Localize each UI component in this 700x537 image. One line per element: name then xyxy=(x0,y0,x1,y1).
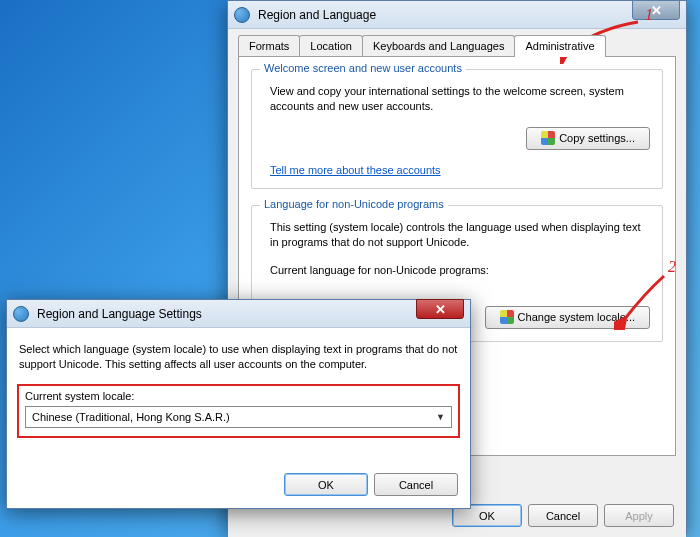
cancel-button-settings[interactable]: Cancel xyxy=(374,473,458,496)
tab-keyboards[interactable]: Keyboards and Languages xyxy=(362,35,516,57)
system-locale-dropdown[interactable]: Chinese (Traditional, Hong Kong S.A.R.) … xyxy=(25,406,452,428)
globe-icon xyxy=(234,7,250,23)
group-legend-welcome: Welcome screen and new user accounts xyxy=(260,62,466,74)
chevron-down-icon: ▼ xyxy=(436,412,445,422)
titlebar-main[interactable]: Region and Language ✕ xyxy=(228,1,686,29)
current-language-label: Current language for non-Unicode program… xyxy=(264,263,650,278)
change-system-locale-button[interactable]: Change system locale... xyxy=(485,306,650,329)
window-title-settings: Region and Language Settings xyxy=(33,307,464,321)
settings-description: Select which language (system locale) to… xyxy=(19,342,458,372)
globe-icon xyxy=(13,306,29,322)
group-legend-nonunicode: Language for non-Unicode programs xyxy=(260,198,448,210)
locale-highlight-box: Current system locale: Chinese (Traditio… xyxy=(17,384,460,438)
tab-formats[interactable]: Formats xyxy=(238,35,300,57)
tab-administrative[interactable]: Administrative xyxy=(514,35,605,57)
tab-location[interactable]: Location xyxy=(299,35,363,57)
apply-button-main: Apply xyxy=(604,504,674,527)
copy-settings-button[interactable]: Copy settings... xyxy=(526,127,650,150)
ok-button-settings[interactable]: OK xyxy=(284,473,368,496)
tab-strip: Formats Location Keyboards and Languages… xyxy=(238,35,676,57)
close-button[interactable]: ✕ xyxy=(632,0,680,20)
group-welcome-screen: Welcome screen and new user accounts Vie… xyxy=(251,69,663,189)
tell-me-more-link[interactable]: Tell me more about these accounts xyxy=(270,164,441,176)
titlebar-settings[interactable]: Region and Language Settings ✕ xyxy=(7,300,470,328)
close-button-settings[interactable]: ✕ xyxy=(416,299,464,319)
nonunicode-description: This setting (system locale) controls th… xyxy=(264,220,650,251)
system-locale-value: Chinese (Traditional, Hong Kong S.A.R.) xyxy=(32,411,230,423)
window-title: Region and Language xyxy=(254,8,680,22)
welcome-description: View and copy your international setting… xyxy=(264,84,650,115)
region-language-settings-dialog: Region and Language Settings ✕ Select wh… xyxy=(6,299,471,509)
annotation-number-1: 1 xyxy=(645,6,653,24)
cancel-button-main[interactable]: Cancel xyxy=(528,504,598,527)
current-locale-label: Current system locale: xyxy=(25,390,452,402)
annotation-number-2: 2 xyxy=(668,258,676,276)
